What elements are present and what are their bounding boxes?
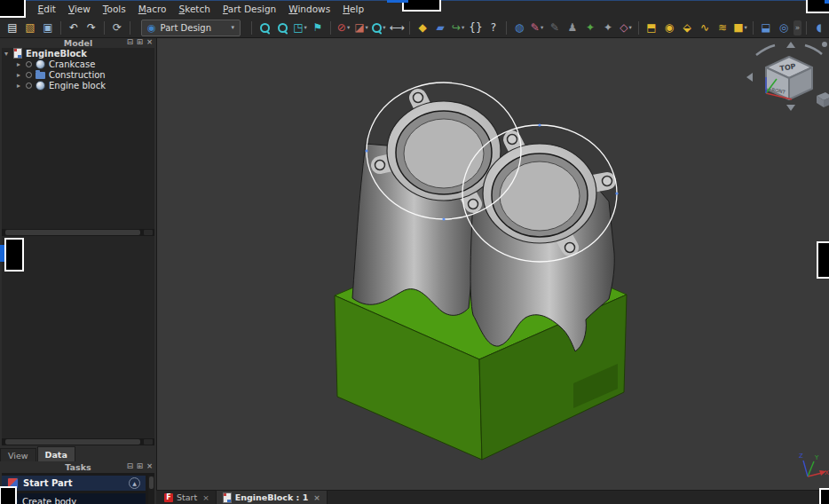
property-horizontal-scrollbar[interactable] — [2, 438, 154, 445]
zoom-tools-button[interactable]: ▾ — [371, 20, 387, 36]
shape-binder-button[interactable]: ✦ — [582, 20, 598, 36]
menu-item-tools[interactable]: Tools — [97, 2, 132, 16]
crop-handle-bottom-left[interactable] — [0, 486, 17, 504]
task-label: Create body — [22, 497, 76, 504]
workbench-selector[interactable]: ◉Part Design▾ — [141, 20, 241, 36]
whats-this-button[interactable]: ? — [486, 20, 501, 36]
toolbar-separator — [409, 21, 410, 35]
create-datum-button[interactable]: ◇▾ — [618, 20, 634, 36]
rotate-left-arrow-icon[interactable] — [756, 45, 775, 55]
property-panel-tabs: View Data — [0, 445, 76, 461]
freecad-logo-icon: F — [164, 493, 173, 502]
zoom-fit-all-button[interactable] — [257, 20, 272, 36]
menu-items: FileEditViewToolsMacroSketchPart DesignW… — [4, 2, 370, 16]
menu-item-macro[interactable]: Macro — [132, 2, 173, 16]
scrollbar-thumb[interactable] — [149, 476, 154, 489]
tab-data[interactable]: Data — [37, 446, 75, 461]
task-create-body[interactable]: Create body — [2, 493, 146, 504]
create-part-button[interactable]: ◆ — [414, 20, 430, 36]
tasks-vertical-scrollbar[interactable] — [148, 476, 154, 504]
tree-item-engine-block-body[interactable]: ▸ Engine block — [2, 80, 154, 91]
scrollbar-button[interactable] — [144, 230, 153, 235]
draw-style-button[interactable]: ⊘▾ — [336, 20, 351, 36]
crop-handle-bottom-right[interactable] — [819, 488, 829, 504]
additive-helix-button[interactable]: ≋ — [715, 20, 730, 36]
panel-minimize-icon[interactable]: ⊟ — [127, 37, 133, 46]
task-start-part[interactable]: Start Part ▲ — [2, 476, 146, 491]
clone-icon: ✦ — [604, 22, 612, 33]
zoom-selection-button[interactable] — [274, 20, 290, 36]
measure-button[interactable]: ⟷ — [389, 20, 405, 36]
close-tab-icon[interactable]: × — [202, 493, 209, 502]
edit-sketch-button[interactable]: ✎ — [547, 20, 563, 36]
tasks-panel-header: Tasks ⊟ ⊞ × — [0, 461, 156, 472]
tab-label: EngineBlock : 1 — [235, 492, 309, 502]
menu-item-view[interactable]: View — [62, 2, 97, 16]
additive-loft-button[interactable]: ⬙ — [679, 20, 695, 36]
tasks-panel-title: Tasks — [65, 462, 91, 472]
crop-handle-left-middle[interactable] — [4, 238, 24, 272]
panel-close-icon[interactable]: × — [146, 37, 153, 46]
navigation-cube[interactable]: TOP FRONT — [746, 42, 829, 111]
go-to-selection-button[interactable]: ⚑ — [310, 20, 326, 36]
expander-icon[interactable]: ▾ — [3, 50, 10, 58]
rotate-right-arrow-icon[interactable] — [805, 45, 822, 54]
toolbar-separator — [251, 21, 252, 35]
map-sketch-button[interactable]: ♟ — [565, 20, 580, 36]
expander-icon[interactable]: ▸ — [15, 82, 22, 90]
expression-editor-button[interactable]: {} — [468, 20, 484, 36]
open-document-button[interactable]: ▧ — [22, 20, 38, 36]
menu-item-help[interactable]: Help — [336, 2, 370, 16]
tasks-panel-controls: ⊟ ⊞ × — [127, 461, 153, 470]
crop-handle-top-left[interactable] — [0, 0, 26, 18]
panel-float-icon[interactable]: ⊞ — [137, 461, 143, 470]
dropdown-arrow-icon: ▾ — [347, 24, 350, 31]
create-sketch-button[interactable]: ✎▾ — [529, 20, 545, 36]
axonometric-view-button[interactable]: ◳▾ — [292, 20, 308, 36]
additive-pipe-button[interactable]: ∿ — [697, 20, 713, 36]
tree-item-construction[interactable]: ▸ Construction — [2, 69, 154, 80]
create-body-button[interactable]: ◍ — [511, 20, 527, 36]
tab-view[interactable]: View — [0, 448, 36, 461]
tab-start[interactable]: F Start × — [158, 491, 217, 504]
menu-item-sketch[interactable]: Sketch — [173, 2, 217, 16]
3d-viewport[interactable]: TOP FRONT X Y Z — [156, 37, 829, 491]
additive-loft-icon: ⬙ — [683, 22, 691, 33]
tree-item-crankcase[interactable]: ▸ Crankcase — [2, 59, 154, 69]
hole-button[interactable]: ◎ — [776, 20, 792, 36]
make-link-button[interactable]: ↪▾ — [450, 20, 466, 36]
refresh-button[interactable]: ⟳ — [109, 20, 125, 36]
panel-float-icon[interactable]: ⊞ — [137, 37, 143, 46]
panel-close-icon[interactable]: × — [146, 461, 153, 470]
revolution-button[interactable]: ◉ — [661, 20, 677, 36]
new-document-button[interactable]: ▤ — [4, 20, 20, 36]
chevron-up-icon: ▲ — [132, 480, 137, 486]
additive-primitive-button[interactable]: ■▾ — [732, 20, 748, 36]
tab-engineblock[interactable]: EngineBlock : 1 × — [217, 491, 328, 504]
scrollbar-thumb[interactable] — [5, 230, 140, 235]
collapse-section-button[interactable]: ▲ — [129, 477, 140, 489]
scrollbar-thumb[interactable] — [5, 439, 140, 445]
expander-icon[interactable]: ▸ — [15, 60, 22, 68]
pad-button[interactable]: ⬒ — [643, 20, 659, 36]
toolbar-expand-1-button[interactable]: » — [793, 20, 801, 35]
pocket-button[interactable]: ⬓ — [758, 20, 774, 36]
panel-minimize-icon[interactable]: ⊟ — [127, 461, 133, 470]
menu-item-part-design[interactable]: Part Design — [217, 2, 282, 16]
close-tab-icon[interactable]: × — [313, 493, 320, 502]
undo-button[interactable]: ↶ — [66, 20, 82, 36]
clone-button[interactable]: ✦ — [600, 20, 616, 36]
menu-item-windows[interactable]: Windows — [282, 2, 336, 16]
tree-horizontal-scrollbar[interactable] — [2, 229, 154, 236]
crop-handle-right-middle[interactable] — [817, 241, 829, 279]
scrollbar-button[interactable] — [144, 439, 153, 445]
expander-icon[interactable]: ▸ — [15, 71, 22, 79]
save-document-button[interactable]: ▣ — [40, 20, 56, 36]
bounding-box-button[interactable]: ◪▾ — [353, 20, 369, 36]
create-group-button[interactable]: ▰ — [432, 20, 448, 36]
redo-button[interactable]: ↷ — [83, 20, 99, 36]
tree-item-engineblock[interactable]: ▾ EngineBlock — [2, 48, 154, 59]
fillet-button[interactable]: ◖ — [811, 20, 827, 36]
dropdown-arrow-icon: ▾ — [462, 24, 464, 31]
menu-item-edit[interactable]: Edit — [32, 2, 62, 16]
